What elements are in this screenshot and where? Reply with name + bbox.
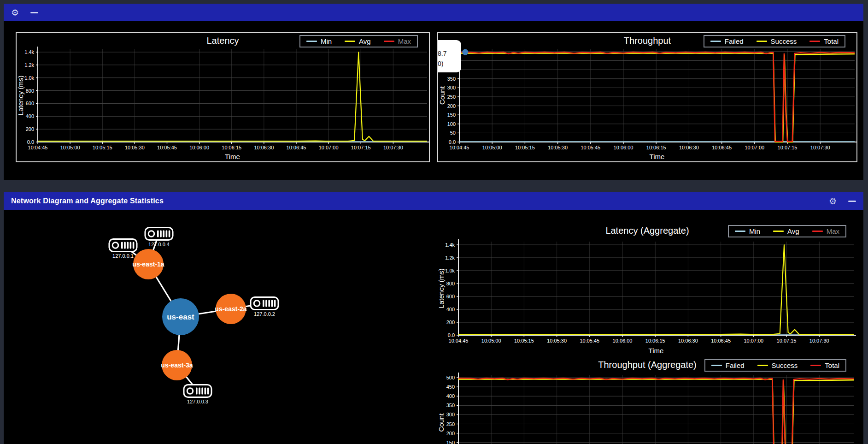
device-label: 127.0.0.4 bbox=[148, 242, 170, 247]
legend-item-avg[interactable]: Avg bbox=[773, 227, 799, 235]
svg-text:10:05:45: 10:05:45 bbox=[580, 338, 599, 343]
device-label: 127.0.0.1 bbox=[112, 253, 134, 259]
legend-swatch bbox=[711, 365, 722, 367]
svg-text:1.4k: 1.4k bbox=[24, 49, 34, 55]
network-node-us-east-1a[interactable]: us-east-1a bbox=[132, 249, 164, 279]
network-node-us-east[interactable]: us-east bbox=[162, 298, 199, 335]
device-label: 127.0.0.3 bbox=[187, 399, 208, 404]
legend-swatch bbox=[384, 41, 394, 42]
legend-label: Success bbox=[771, 37, 797, 45]
legend-item-max[interactable]: Max bbox=[812, 227, 839, 235]
svg-text:0.0: 0.0 bbox=[27, 139, 34, 145]
svg-text:10:05:00: 10:05:00 bbox=[60, 145, 80, 150]
legend-swatch bbox=[306, 41, 317, 42]
device-label: 127.0.0.2 bbox=[254, 311, 275, 317]
tooltip-line: 0) bbox=[438, 59, 461, 69]
legend-item-failed[interactable]: Failed bbox=[711, 361, 745, 369]
svg-text:200: 200 bbox=[446, 431, 455, 436]
svg-text:10:07:00: 10:07:00 bbox=[745, 145, 764, 150]
legend-label: Avg bbox=[359, 37, 371, 45]
legend-item-total[interactable]: Total bbox=[809, 37, 839, 45]
network-node-us-east-3a[interactable]: us-east-3a bbox=[161, 350, 193, 380]
svg-text:10:04:45: 10:04:45 bbox=[449, 338, 469, 343]
svg-text:Time: Time bbox=[650, 153, 665, 160]
svg-text:10:06:00: 10:06:00 bbox=[614, 145, 633, 150]
node-label: us-east bbox=[167, 313, 194, 321]
svg-text:10:06:15: 10:06:15 bbox=[222, 145, 241, 150]
chart-canvas: 10:04:4510:05:0010:05:1510:05:3010:05:45… bbox=[17, 33, 430, 162]
chart-canvas: 10:04:4510:05:0010:05:1510:05:3010:05:45… bbox=[438, 33, 857, 162]
minimize-icon[interactable] bbox=[30, 12, 38, 13]
chart-legend: MinAvgMax bbox=[299, 35, 418, 47]
svg-text:10:05:30: 10:05:30 bbox=[125, 145, 145, 150]
minimize-icon[interactable] bbox=[848, 201, 856, 202]
legend-item-min[interactable]: Min bbox=[306, 37, 332, 45]
svg-text:10:07:30: 10:07:30 bbox=[810, 145, 830, 150]
node-label: us-east-3a bbox=[161, 361, 193, 369]
svg-text:600: 600 bbox=[26, 101, 34, 106]
svg-text:1.0k: 1.0k bbox=[24, 75, 34, 81]
svg-text:10:05:00: 10:05:00 bbox=[481, 338, 501, 343]
svg-text:600: 600 bbox=[446, 294, 455, 299]
svg-text:10:07:00: 10:07:00 bbox=[744, 338, 763, 343]
svg-text:1.2k: 1.2k bbox=[24, 62, 34, 68]
network-device-127.0.0.4[interactable]: 127.0.0.4 bbox=[145, 228, 173, 248]
gear-icon[interactable]: ⚙ bbox=[11, 8, 19, 17]
svg-text:Latency (ms): Latency (ms) bbox=[437, 268, 445, 308]
network-device-127.0.0.1[interactable]: 127.0.0.1 bbox=[109, 239, 137, 259]
svg-text:350: 350 bbox=[446, 403, 455, 408]
svg-text:1.0k: 1.0k bbox=[445, 268, 455, 273]
legend-item-min[interactable]: Min bbox=[735, 227, 760, 235]
svg-text:10:06:30: 10:06:30 bbox=[254, 145, 274, 150]
svg-text:10:07:30: 10:07:30 bbox=[383, 145, 403, 150]
svg-text:10:07:15: 10:07:15 bbox=[778, 145, 798, 150]
legend-item-avg[interactable]: Avg bbox=[345, 37, 371, 45]
svg-text:10:05:15: 10:05:15 bbox=[514, 338, 534, 343]
svg-text:10:06:00: 10:06:00 bbox=[613, 338, 633, 343]
svg-text:10:05:45: 10:05:45 bbox=[157, 145, 177, 150]
legend-swatch bbox=[773, 231, 784, 232]
svg-text:1.2k: 1.2k bbox=[445, 255, 455, 260]
svg-text:150: 150 bbox=[447, 112, 456, 118]
svg-text:10:05:30: 10:05:30 bbox=[548, 145, 568, 150]
latency-chart: Latency MinAvgMax 10:04:4510:05:0010:05:… bbox=[16, 32, 430, 162]
svg-text:50: 50 bbox=[450, 130, 456, 136]
gear-icon[interactable]: ⚙ bbox=[829, 197, 837, 206]
panel-network-header: Network Diagram and Aggregate Statistics… bbox=[4, 192, 863, 210]
svg-text:0.0: 0.0 bbox=[448, 332, 455, 338]
svg-text:0.0: 0.0 bbox=[449, 139, 456, 145]
legend-swatch bbox=[757, 41, 767, 42]
network-node-us-east-2a[interactable]: us-east-2a bbox=[215, 294, 246, 324]
throughput-chart: Throughput FailedSuccessTotal 8.7 0) 10:… bbox=[437, 32, 857, 162]
svg-text:400: 400 bbox=[446, 393, 455, 399]
svg-text:10:04:45: 10:04:45 bbox=[450, 145, 469, 150]
legend-swatch bbox=[810, 365, 821, 367]
legend-swatch bbox=[735, 231, 745, 232]
legend-item-success[interactable]: Success bbox=[757, 37, 797, 45]
legend-label: Max bbox=[398, 37, 411, 45]
svg-text:800: 800 bbox=[446, 281, 455, 286]
svg-text:10:04:45: 10:04:45 bbox=[28, 145, 48, 150]
legend-label: Min bbox=[321, 37, 332, 45]
svg-text:Count: Count bbox=[438, 86, 446, 105]
legend-item-success[interactable]: Success bbox=[757, 361, 798, 369]
svg-text:Count: Count bbox=[437, 413, 445, 432]
panel-charts: ⚙ Latency MinAvgMax 10:04:4510:05:0010:0… bbox=[4, 4, 863, 180]
network-device-127.0.0.3[interactable]: 127.0.0.3 bbox=[184, 385, 211, 405]
svg-text:1.4k: 1.4k bbox=[445, 242, 455, 248]
legend-item-total[interactable]: Total bbox=[810, 361, 839, 369]
chart-canvas: 10:04:4510:05:0010:05:1510:05:3010:05:45… bbox=[437, 223, 857, 357]
svg-text:200: 200 bbox=[26, 126, 34, 132]
svg-text:10:07:15: 10:07:15 bbox=[351, 145, 371, 150]
svg-text:150: 150 bbox=[446, 440, 455, 444]
svg-text:10:06:15: 10:06:15 bbox=[645, 338, 665, 343]
legend-label: Avg bbox=[787, 227, 799, 235]
svg-text:Latency (ms): Latency (ms) bbox=[17, 76, 24, 116]
node-label: us-east-1a bbox=[132, 260, 164, 268]
svg-text:400: 400 bbox=[446, 307, 455, 312]
legend-item-failed[interactable]: Failed bbox=[710, 37, 744, 45]
svg-text:200: 200 bbox=[447, 103, 456, 109]
network-device-127.0.0.2[interactable]: 127.0.0.2 bbox=[251, 297, 278, 317]
legend-item-max[interactable]: Max bbox=[384, 37, 411, 45]
legend-label: Min bbox=[749, 227, 760, 235]
